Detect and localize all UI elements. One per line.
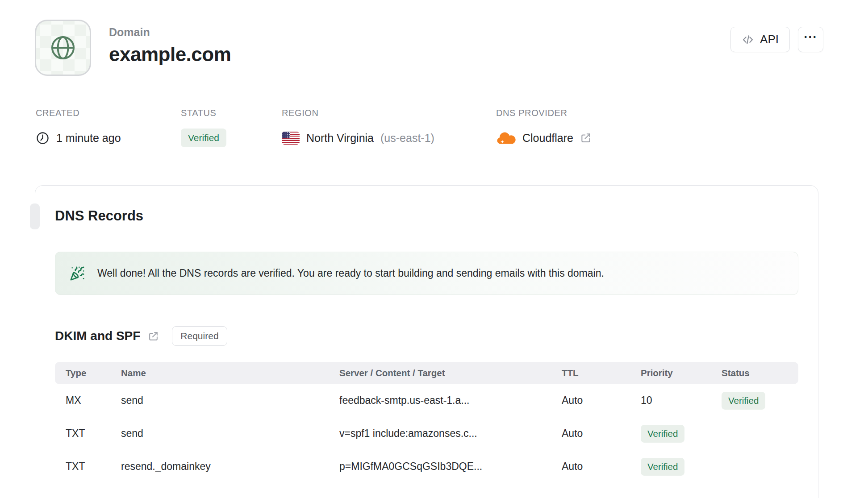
record-status-badge: Verified	[641, 458, 684, 476]
record-name: send	[121, 427, 339, 440]
record-type: TXT	[55, 461, 121, 473]
success-message: Well done! All the DNS records are verif…	[97, 267, 604, 279]
dkim-spf-title: DKIM and SPF	[55, 329, 140, 343]
required-badge: Required	[172, 326, 227, 346]
record-ttl: Auto	[562, 427, 641, 440]
status-label: STATUS	[181, 108, 282, 118]
record-status-badge: Verified	[641, 425, 684, 443]
record-ttl: Auto	[562, 394, 641, 407]
dns-records-table: Type Name Server / Content / Target TTL …	[55, 362, 798, 483]
created-value: 1 minute ago	[56, 132, 121, 145]
table-row[interactable]: TXT send v=spf1 include:amazonses.c... A…	[55, 417, 798, 450]
table-header: Type Name Server / Content / Target TTL …	[55, 362, 798, 384]
region-code: (us-east-1)	[380, 132, 434, 145]
record-type: MX	[55, 394, 121, 407]
api-button[interactable]: API	[730, 27, 790, 52]
column-header-ttl: TTL	[562, 368, 641, 378]
dns-provider-value: Cloudflare	[522, 132, 573, 145]
record-priority: 10	[641, 394, 722, 407]
record-type: TXT	[55, 427, 121, 440]
column-header-content: Server / Content / Target	[339, 368, 562, 378]
cloudflare-icon	[496, 131, 516, 145]
table-row[interactable]: MX send feedback-smtp.us-east-1.a... Aut…	[55, 384, 798, 417]
page-kind-label: Domain	[109, 26, 231, 39]
record-ttl: Auto	[562, 461, 641, 473]
status-badge: Verified	[181, 129, 226, 147]
page-title: example.com	[109, 43, 231, 66]
record-status-badge: Verified	[722, 392, 765, 410]
external-link-icon[interactable]	[148, 331, 159, 342]
column-header-type: Type	[55, 368, 121, 378]
column-header-priority: Priority	[641, 368, 722, 378]
record-content: p=MIGfMA0GCSqGSIb3DQE...	[339, 461, 562, 473]
us-flag-icon	[282, 132, 300, 145]
globe-icon	[47, 32, 79, 63]
domain-avatar	[35, 20, 91, 76]
record-name: resend._domainkey	[121, 461, 339, 473]
record-content: feedback-smtp.us-east-1.a...	[339, 394, 562, 407]
party-popper-icon	[70, 266, 85, 281]
record-content: v=spf1 include:amazonses.c...	[339, 427, 562, 440]
api-button-label: API	[760, 33, 779, 46]
dns-records-title: DNS Records	[55, 208, 798, 224]
domain-meta: CREATED 1 minute ago STATUS Verified REG…	[0, 108, 868, 148]
dns-records-card: DNS Records Well done! All the DNS recor…	[35, 185, 818, 498]
clock-icon	[36, 131, 50, 145]
region-label: REGION	[282, 108, 496, 118]
table-row[interactable]: TXT resend._domainkey p=MIGfMA0GCSqGSIb3…	[55, 450, 798, 483]
column-header-name: Name	[121, 368, 339, 378]
region-name: North Virginia	[306, 132, 374, 145]
page-header: Domain example.com API ···	[0, 0, 868, 76]
table-body: MX send feedback-smtp.us-east-1.a... Aut…	[55, 384, 798, 483]
external-link-icon[interactable]	[580, 132, 592, 144]
code-icon	[742, 33, 754, 46]
success-banner: Well done! All the DNS records are verif…	[55, 252, 798, 295]
dns-provider-label: DNS PROVIDER	[496, 108, 592, 118]
record-name: send	[121, 394, 339, 407]
card-side-tab	[30, 203, 40, 229]
ellipsis-icon: ···	[804, 30, 818, 44]
more-options-button[interactable]: ···	[798, 27, 823, 52]
column-header-status: Status	[722, 368, 798, 378]
created-label: CREATED	[36, 108, 181, 118]
